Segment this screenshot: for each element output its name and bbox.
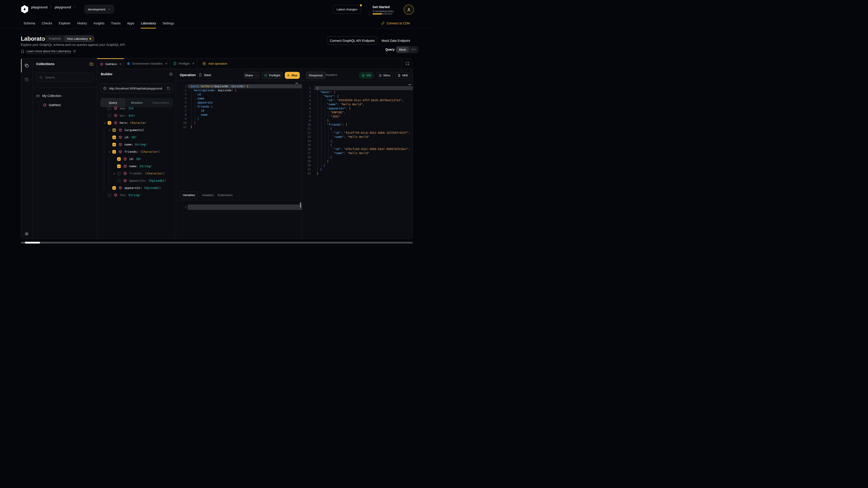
nav-tab-checks[interactable]: Checks [41, 18, 52, 29]
field-row-bar-1[interactable]: bar: Int! [97, 112, 176, 119]
latest-changes-button[interactable]: Latest changes [333, 5, 361, 13]
code-text: } [186, 117, 199, 121]
get-started-title[interactable]: Get Started [373, 5, 390, 9]
field-checkbox[interactable] [112, 150, 116, 154]
collection-operation-row[interactable]: GetHero [43, 101, 61, 109]
field-checkbox[interactable] [117, 172, 121, 175]
line-number: 18 [302, 155, 311, 159]
nav-tab-settings[interactable]: Settings [162, 18, 174, 29]
chevron-down-icon[interactable] [103, 122, 106, 125]
run-button[interactable]: Run [285, 72, 300, 79]
target-selector[interactable]: development [85, 5, 114, 13]
line-number: 7 [176, 109, 186, 113]
collections-icon[interactable] [24, 63, 29, 68]
chevron-right-icon[interactable] [113, 172, 116, 175]
field-row-hero-2[interactable]: hero: Character [97, 119, 176, 127]
close-icon[interactable]: × [192, 62, 194, 66]
breadcrumb-org[interactable]: playground [31, 5, 48, 9]
check-icon [113, 143, 116, 146]
breadcrumb-project[interactable]: playground [55, 5, 71, 9]
avatar[interactable] [404, 4, 414, 15]
field-checkbox[interactable] [117, 179, 121, 183]
scrollbar-thumb[interactable] [25, 242, 40, 243]
duration-badge: 33ms [376, 72, 393, 78]
view-toggle-hive-laboratory[interactable]: Hive Laboratory [64, 36, 94, 41]
close-icon[interactable]: × [119, 62, 121, 66]
field-checkbox[interactable] [107, 114, 111, 118]
field-checkbox[interactable] [112, 135, 116, 139]
variables-editor[interactable]: 1 [176, 200, 302, 210]
field-checkbox[interactable] [112, 128, 116, 132]
field-checkbox[interactable] [107, 193, 111, 197]
endpoint-mode-api[interactable]: API [409, 48, 418, 51]
collapse-editor-icon[interactable] [296, 83, 298, 84]
nav-tab-explorer[interactable]: Explorer [59, 18, 70, 29]
field-checkbox[interactable] [117, 157, 121, 161]
field-row-aaa-0[interactable]: aaa: Int [97, 105, 176, 112]
connect-cdn-link[interactable]: Connect to CDN [381, 18, 410, 29]
field-row-name-8[interactable]: name: String! [97, 163, 176, 170]
horizontal-scrollbar[interactable] [21, 242, 413, 243]
field-checkbox[interactable] [117, 164, 121, 168]
save-button[interactable]: Save [199, 69, 211, 81]
scrollbar-thumb[interactable] [300, 202, 301, 207]
nav-tab-apps[interactable]: Apps [127, 18, 134, 29]
field-row-id-7[interactable]: id: ID! [97, 156, 176, 163]
field-checkbox[interactable] [107, 121, 111, 125]
field-row-appearsin-11[interactable]: appearsIn: [Episode]! [97, 184, 176, 192]
code-text: "JEDI" [311, 115, 340, 119]
close-icon[interactable]: × [165, 62, 167, 66]
tab-preflight[interactable]: Preflight× [170, 58, 197, 69]
field-row-friends-6[interactable]: friends: [Character] [97, 148, 176, 156]
tab-environment-variables[interactable]: Environment Variables× [124, 58, 170, 69]
nav-tab-traces[interactable]: Traces [111, 18, 121, 29]
history-icon[interactable] [24, 77, 29, 82]
tab-gethero[interactable]: GetHero× [97, 58, 124, 69]
nav-tab-schema[interactable]: Schema [24, 18, 35, 29]
field-row-id-4[interactable]: id: ID! [97, 134, 176, 141]
io-tab-variables[interactable]: Variables [180, 192, 198, 198]
gear-icon[interactable] [24, 232, 29, 236]
view-toggle-graphiql[interactable]: GraphiQL [46, 36, 64, 41]
field-row-friends-9[interactable]: friends: [Character] [97, 170, 176, 177]
line-number: 17 [302, 151, 311, 155]
connect-endpoint-button[interactable]: Connect GraphQL API Endpoint [327, 36, 377, 45]
field-checkbox[interactable] [112, 186, 116, 190]
cube-icon [123, 157, 127, 161]
nav-tab-laboratory[interactable]: Laboratory [141, 18, 156, 29]
field-row-name-5[interactable]: name: String! [97, 141, 176, 148]
line-number: 4 [176, 96, 186, 101]
field-checkbox[interactable] [107, 107, 111, 110]
plus-circle-icon [202, 62, 206, 66]
io-tab-headers[interactable]: Headers [202, 193, 214, 197]
share-button[interactable]: Share ··· [244, 72, 259, 79]
response-tab-headers[interactable]: Headers [326, 69, 337, 81]
line-number: 5 [302, 102, 311, 106]
code-line: 1query GetHero($episode: Episode) { [176, 84, 302, 88]
field-label: id: ID! [129, 156, 142, 163]
search-input[interactable] [44, 75, 91, 79]
response-tab-response[interactable]: Response [306, 72, 326, 79]
chevron-down-icon[interactable] [108, 129, 111, 132]
add-operation-button[interactable]: Add operation [197, 58, 229, 69]
fullscreen-button[interactable] [402, 58, 413, 69]
collapse-editor-icon[interactable] [408, 84, 411, 85]
field-row-foo-12[interactable]: foo: String! [97, 192, 176, 199]
mock-endpoint-button[interactable]: Mock Data Endpoint [381, 36, 410, 45]
collection-folder-row[interactable]: My Collection [36, 92, 61, 99]
endpoint-mode-mock[interactable]: Mock [396, 46, 409, 53]
field-row-appearsin-10[interactable]: appearsIn: [Episode]! [97, 177, 176, 184]
hive-logo-icon[interactable] [21, 5, 29, 13]
io-tab-extensions[interactable]: Extensions [218, 193, 232, 197]
learn-more-link[interactable]: Learn more about the Laboratory [21, 49, 76, 54]
add-collection-icon[interactable] [89, 62, 94, 66]
chevron-down-icon[interactable] [108, 151, 111, 153]
operation-title: Operation [180, 69, 196, 81]
nav-tab-insights[interactable]: Insights [94, 18, 104, 29]
graphql-icon [100, 62, 103, 66]
field-row-arguments-3[interactable]: [arguments] [97, 127, 176, 134]
response-editor[interactable]: 1{2 "data": {3 "hero": {4 "id": "9303830… [302, 81, 413, 175]
preflight-button[interactable]: Preflight [262, 72, 283, 79]
field-checkbox[interactable] [112, 143, 116, 147]
nav-tab-history[interactable]: History [77, 18, 87, 29]
